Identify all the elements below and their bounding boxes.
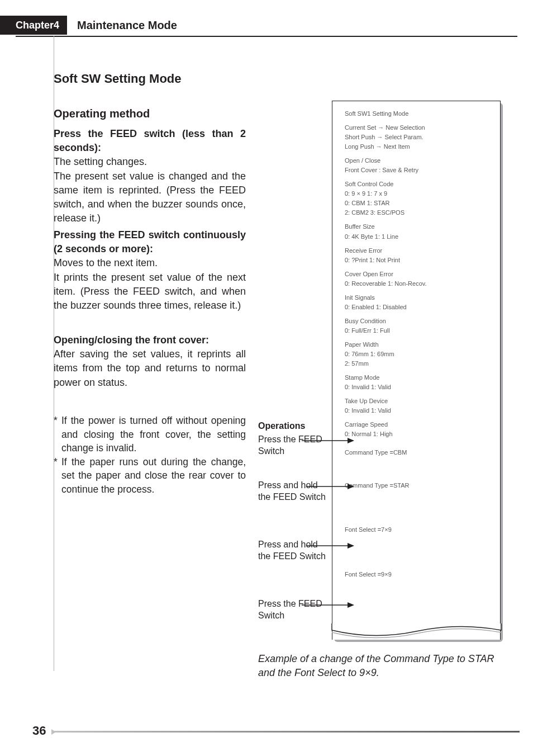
svg-marker-5 xyxy=(348,543,354,549)
page-number: 36 xyxy=(32,724,46,738)
receipt-line: 0: 9 × 9 1: 7 x 9 xyxy=(345,189,490,199)
instruction-block-1: Press the FEED switch (less than 2 secon… xyxy=(54,127,246,225)
subsection-heading: Operating method xyxy=(54,107,150,120)
instruction-text: The present set value is changed and the… xyxy=(54,169,246,226)
receipt-tear-icon xyxy=(331,623,502,640)
callout-arrow-icon xyxy=(306,482,358,493)
chapter-title: Maintenance Mode xyxy=(67,19,177,32)
receipt-line: 0: ?Print 1: Not Print xyxy=(345,256,490,265)
receipt-line: 0: Invalid 1: Valid xyxy=(345,382,490,392)
receipt-line: 0: Normal 1: High xyxy=(345,429,490,439)
page-header: Chapter4 Maintenance Mode xyxy=(0,16,517,35)
receipt-line: 2: 57mm xyxy=(345,359,490,368)
receipt-line: Receive Error xyxy=(345,246,490,256)
instruction-text: The setting changes. xyxy=(54,155,246,169)
note-text: If the paper runs out during the change,… xyxy=(61,455,246,497)
receipt-line: 0: Enabled 1: Disabled xyxy=(345,303,490,312)
receipt-line: Font Select =7×9 xyxy=(345,525,490,535)
receipt-line: 0: 4K Byte 1: 1 Line xyxy=(345,232,490,242)
svg-marker-1 xyxy=(348,438,354,443)
receipt-line: Command Type =STAR xyxy=(345,481,490,490)
instruction-text: It prints the present set value of the n… xyxy=(54,271,246,313)
receipt-paper: Soft SW1 Setting Mode Current Set → New … xyxy=(332,101,501,640)
instruction-lead: Press the FEED switch (less than 2 secon… xyxy=(54,127,246,155)
receipt-line: Take Up Device xyxy=(345,396,490,406)
receipt-line: Current Set → New Selection xyxy=(345,123,490,133)
receipt-line: 0: CBM 1: STAR xyxy=(345,199,490,208)
asterisk-icon: * xyxy=(54,455,61,497)
receipt-line: Busy Condition xyxy=(345,316,490,326)
receipt-line: Paper Width xyxy=(345,340,490,349)
receipt-line: 0: 76mm 1: 69mm xyxy=(345,349,490,359)
instruction-lead: Pressing the FEED switch continuously (2… xyxy=(54,228,246,256)
instruction-block-3: Opening/closing the front cover: After s… xyxy=(54,333,246,390)
asterisk-icon: * xyxy=(54,414,61,455)
receipt-line: Cover Open Error xyxy=(345,270,490,279)
receipt-line: Soft Control Code xyxy=(345,179,490,189)
receipt-line: Carriage Speed xyxy=(345,420,490,429)
callout-arrow-icon xyxy=(306,541,358,552)
receipt-illustration: Soft SW1 Setting Mode Current Set → New … xyxy=(332,101,501,640)
receipt-line: Init Signals xyxy=(345,293,490,303)
receipt-line: Font Select =9×9 xyxy=(345,570,490,579)
instruction-text: Moves to the next item. xyxy=(54,256,246,270)
chapter-label: Chapter4 xyxy=(16,20,59,31)
instruction-lead: Opening/closing the front cover: xyxy=(54,333,246,347)
callout-arrow-icon xyxy=(302,601,358,612)
receipt-line: Long Push → Next Item xyxy=(345,142,490,152)
svg-marker-7 xyxy=(348,602,354,608)
instruction-text: After saving the set values, it reprints… xyxy=(54,347,246,390)
receipt-line: Soft SW1 Setting Mode xyxy=(345,109,490,119)
section-heading: Soft SW Setting Mode xyxy=(54,72,182,86)
receipt-line: 0: Invalid 1: Valid xyxy=(345,406,490,415)
note-text: If the power is turned off without openi… xyxy=(61,414,246,455)
page-footer: 36 xyxy=(32,724,517,737)
receipt-line: Short Push → Select Param. xyxy=(345,133,490,142)
notes-block: * If the power is turned off without ope… xyxy=(54,414,246,496)
operations-title: Operations xyxy=(258,420,330,432)
receipt-line: Open / Close xyxy=(345,156,490,166)
svg-marker-3 xyxy=(348,484,354,489)
instruction-block-2: Pressing the FEED switch continuously (2… xyxy=(54,228,246,313)
receipt-line: 0: Full/Err 1: Full xyxy=(345,326,490,336)
receipt-line: Command Type =CBM xyxy=(345,448,490,457)
receipt-line: 0: Recoverable 1: Non-Recov. xyxy=(345,279,490,289)
receipt-line: Front Cover : Save & Retry xyxy=(345,166,490,175)
chapter-tab: Chapter4 xyxy=(0,16,67,35)
receipt-line: Stamp Mode xyxy=(345,373,490,382)
receipt-line: Buffer Size xyxy=(345,222,490,231)
header-rule xyxy=(16,36,517,37)
receipt-line: 2: CBM2 3: ESC/POS xyxy=(345,208,490,218)
figure-caption: Example of a change of the Command Type … xyxy=(258,652,499,680)
callout-arrow-icon xyxy=(302,436,358,447)
